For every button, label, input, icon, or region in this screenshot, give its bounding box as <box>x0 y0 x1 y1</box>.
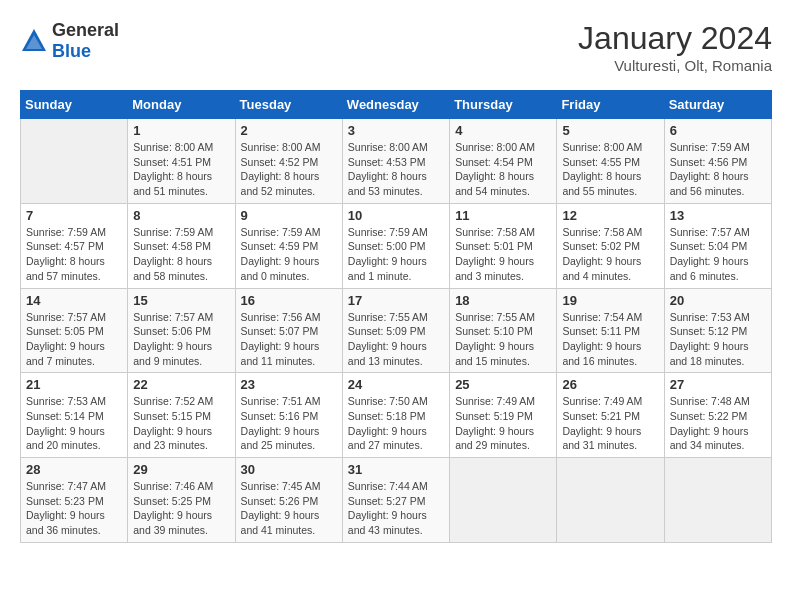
day-info: Sunrise: 7:48 AMSunset: 5:22 PMDaylight:… <box>670 394 766 453</box>
calendar-cell <box>664 458 771 543</box>
day-info: Sunrise: 7:45 AMSunset: 5:26 PMDaylight:… <box>241 479 337 538</box>
day-info: Sunrise: 7:53 AMSunset: 5:14 PMDaylight:… <box>26 394 122 453</box>
logo: General Blue <box>20 20 119 62</box>
calendar-cell: 13Sunrise: 7:57 AMSunset: 5:04 PMDayligh… <box>664 203 771 288</box>
calendar-week-5: 28Sunrise: 7:47 AMSunset: 5:23 PMDayligh… <box>21 458 772 543</box>
calendar-header-row: SundayMondayTuesdayWednesdayThursdayFrid… <box>21 91 772 119</box>
calendar-cell: 31Sunrise: 7:44 AMSunset: 5:27 PMDayligh… <box>342 458 449 543</box>
day-number: 9 <box>241 208 337 223</box>
calendar-cell: 26Sunrise: 7:49 AMSunset: 5:21 PMDayligh… <box>557 373 664 458</box>
calendar-cell: 6Sunrise: 7:59 AMSunset: 4:56 PMDaylight… <box>664 119 771 204</box>
calendar-cell: 16Sunrise: 7:56 AMSunset: 5:07 PMDayligh… <box>235 288 342 373</box>
day-number: 12 <box>562 208 658 223</box>
day-number: 1 <box>133 123 229 138</box>
calendar-cell: 19Sunrise: 7:54 AMSunset: 5:11 PMDayligh… <box>557 288 664 373</box>
day-number: 4 <box>455 123 551 138</box>
day-info: Sunrise: 7:56 AMSunset: 5:07 PMDaylight:… <box>241 310 337 369</box>
day-info: Sunrise: 7:58 AMSunset: 5:02 PMDaylight:… <box>562 225 658 284</box>
day-info: Sunrise: 7:55 AMSunset: 5:10 PMDaylight:… <box>455 310 551 369</box>
calendar-cell: 30Sunrise: 7:45 AMSunset: 5:26 PMDayligh… <box>235 458 342 543</box>
calendar-cell: 2Sunrise: 8:00 AMSunset: 4:52 PMDaylight… <box>235 119 342 204</box>
calendar-header-tuesday: Tuesday <box>235 91 342 119</box>
calendar-header-sunday: Sunday <box>21 91 128 119</box>
calendar-header-wednesday: Wednesday <box>342 91 449 119</box>
day-info: Sunrise: 7:53 AMSunset: 5:12 PMDaylight:… <box>670 310 766 369</box>
calendar-cell: 28Sunrise: 7:47 AMSunset: 5:23 PMDayligh… <box>21 458 128 543</box>
calendar-cell: 15Sunrise: 7:57 AMSunset: 5:06 PMDayligh… <box>128 288 235 373</box>
logo-general: General <box>52 20 119 40</box>
day-number: 6 <box>670 123 766 138</box>
calendar-week-2: 7Sunrise: 7:59 AMSunset: 4:57 PMDaylight… <box>21 203 772 288</box>
day-info: Sunrise: 8:00 AMSunset: 4:55 PMDaylight:… <box>562 140 658 199</box>
day-number: 16 <box>241 293 337 308</box>
day-info: Sunrise: 7:44 AMSunset: 5:27 PMDaylight:… <box>348 479 444 538</box>
calendar-cell: 3Sunrise: 8:00 AMSunset: 4:53 PMDaylight… <box>342 119 449 204</box>
day-info: Sunrise: 7:55 AMSunset: 5:09 PMDaylight:… <box>348 310 444 369</box>
day-number: 13 <box>670 208 766 223</box>
calendar-week-4: 21Sunrise: 7:53 AMSunset: 5:14 PMDayligh… <box>21 373 772 458</box>
calendar-cell: 21Sunrise: 7:53 AMSunset: 5:14 PMDayligh… <box>21 373 128 458</box>
calendar-cell: 24Sunrise: 7:50 AMSunset: 5:18 PMDayligh… <box>342 373 449 458</box>
calendar-header-friday: Friday <box>557 91 664 119</box>
day-info: Sunrise: 8:00 AMSunset: 4:51 PMDaylight:… <box>133 140 229 199</box>
calendar-cell: 1Sunrise: 8:00 AMSunset: 4:51 PMDaylight… <box>128 119 235 204</box>
calendar-cell: 29Sunrise: 7:46 AMSunset: 5:25 PMDayligh… <box>128 458 235 543</box>
calendar-cell: 25Sunrise: 7:49 AMSunset: 5:19 PMDayligh… <box>450 373 557 458</box>
calendar-header-thursday: Thursday <box>450 91 557 119</box>
day-number: 15 <box>133 293 229 308</box>
logo-blue: Blue <box>52 41 91 61</box>
calendar-cell: 8Sunrise: 7:59 AMSunset: 4:58 PMDaylight… <box>128 203 235 288</box>
calendar-cell: 22Sunrise: 7:52 AMSunset: 5:15 PMDayligh… <box>128 373 235 458</box>
day-number: 27 <box>670 377 766 392</box>
day-info: Sunrise: 7:57 AMSunset: 5:06 PMDaylight:… <box>133 310 229 369</box>
day-info: Sunrise: 7:59 AMSunset: 4:59 PMDaylight:… <box>241 225 337 284</box>
day-number: 3 <box>348 123 444 138</box>
logo-text: General Blue <box>52 20 119 62</box>
day-number: 20 <box>670 293 766 308</box>
day-info: Sunrise: 8:00 AMSunset: 4:53 PMDaylight:… <box>348 140 444 199</box>
page-header: General Blue January 2024 Vulturesti, Ol… <box>20 20 772 74</box>
location: Vulturesti, Olt, Romania <box>578 57 772 74</box>
day-number: 18 <box>455 293 551 308</box>
logo-icon <box>20 27 48 55</box>
day-number: 24 <box>348 377 444 392</box>
day-number: 19 <box>562 293 658 308</box>
calendar-cell: 9Sunrise: 7:59 AMSunset: 4:59 PMDaylight… <box>235 203 342 288</box>
calendar-table: SundayMondayTuesdayWednesdayThursdayFrid… <box>20 90 772 543</box>
calendar-week-1: 1Sunrise: 8:00 AMSunset: 4:51 PMDaylight… <box>21 119 772 204</box>
month-title: January 2024 <box>578 20 772 57</box>
day-number: 8 <box>133 208 229 223</box>
calendar-cell: 17Sunrise: 7:55 AMSunset: 5:09 PMDayligh… <box>342 288 449 373</box>
calendar-cell: 18Sunrise: 7:55 AMSunset: 5:10 PMDayligh… <box>450 288 557 373</box>
title-block: January 2024 Vulturesti, Olt, Romania <box>578 20 772 74</box>
calendar-cell: 11Sunrise: 7:58 AMSunset: 5:01 PMDayligh… <box>450 203 557 288</box>
day-number: 26 <box>562 377 658 392</box>
calendar-cell: 7Sunrise: 7:59 AMSunset: 4:57 PMDaylight… <box>21 203 128 288</box>
day-info: Sunrise: 7:50 AMSunset: 5:18 PMDaylight:… <box>348 394 444 453</box>
day-number: 30 <box>241 462 337 477</box>
day-info: Sunrise: 7:59 AMSunset: 4:58 PMDaylight:… <box>133 225 229 284</box>
calendar-cell: 5Sunrise: 8:00 AMSunset: 4:55 PMDaylight… <box>557 119 664 204</box>
calendar-cell <box>21 119 128 204</box>
day-number: 10 <box>348 208 444 223</box>
day-info: Sunrise: 7:54 AMSunset: 5:11 PMDaylight:… <box>562 310 658 369</box>
day-info: Sunrise: 7:47 AMSunset: 5:23 PMDaylight:… <box>26 479 122 538</box>
calendar-header-monday: Monday <box>128 91 235 119</box>
day-info: Sunrise: 7:59 AMSunset: 5:00 PMDaylight:… <box>348 225 444 284</box>
day-number: 7 <box>26 208 122 223</box>
calendar-header-saturday: Saturday <box>664 91 771 119</box>
calendar-cell: 10Sunrise: 7:59 AMSunset: 5:00 PMDayligh… <box>342 203 449 288</box>
day-info: Sunrise: 7:46 AMSunset: 5:25 PMDaylight:… <box>133 479 229 538</box>
day-info: Sunrise: 7:58 AMSunset: 5:01 PMDaylight:… <box>455 225 551 284</box>
day-number: 17 <box>348 293 444 308</box>
day-number: 31 <box>348 462 444 477</box>
calendar-cell: 23Sunrise: 7:51 AMSunset: 5:16 PMDayligh… <box>235 373 342 458</box>
day-number: 25 <box>455 377 551 392</box>
calendar-cell: 4Sunrise: 8:00 AMSunset: 4:54 PMDaylight… <box>450 119 557 204</box>
day-number: 29 <box>133 462 229 477</box>
day-info: Sunrise: 7:57 AMSunset: 5:05 PMDaylight:… <box>26 310 122 369</box>
day-info: Sunrise: 7:52 AMSunset: 5:15 PMDaylight:… <box>133 394 229 453</box>
calendar-cell: 14Sunrise: 7:57 AMSunset: 5:05 PMDayligh… <box>21 288 128 373</box>
calendar-cell: 27Sunrise: 7:48 AMSunset: 5:22 PMDayligh… <box>664 373 771 458</box>
day-number: 11 <box>455 208 551 223</box>
